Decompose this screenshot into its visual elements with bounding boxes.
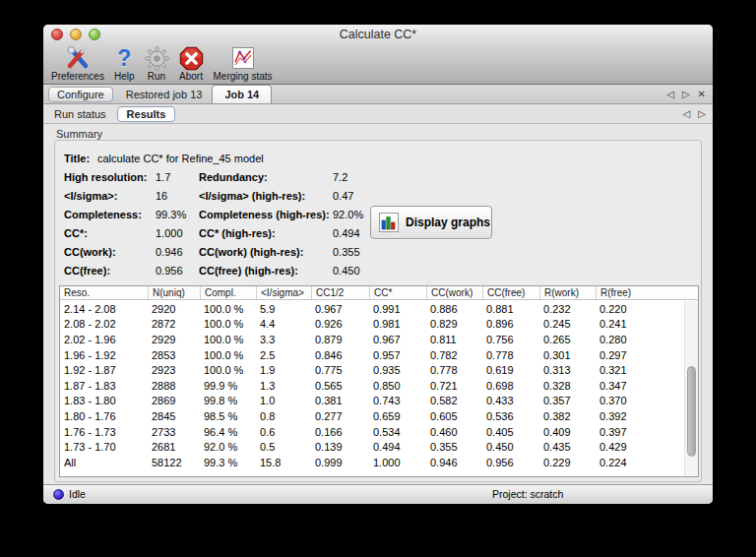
table-row[interactable]: 2.02 - 1.962929100.0 %3.30.8790.9670.811… (60, 332, 684, 347)
results-table-header: Reso.N(uniq)Compl.<I/sigma>CC1/2CC*CC(wo… (60, 286, 698, 300)
subtab-nav-controls: ◁ ▷ (683, 104, 706, 123)
column-header[interactable]: R(work) (539, 286, 596, 299)
table-row[interactable]: 1.73 - 1.70268192.0 %0.50.1390.4940.3550… (60, 439, 684, 455)
toolbar: Preferences ? Help Run (43, 44, 713, 85)
results-table-body: 2.14 - 2.082920100.0 %5.90.9670.9910.886… (60, 301, 684, 476)
column-header[interactable]: CC1/2 (311, 286, 369, 299)
table-cell: 15.8 (256, 457, 311, 468)
table-row[interactable]: 1.83 - 1.80286999.8 %1.00.3810.7430.5820… (60, 394, 684, 409)
table-cell: 1.73 - 1.70 (60, 441, 148, 453)
table-row[interactable]: 1.80 - 1.76284598.5 %0.80.2770.6590.6050… (60, 408, 684, 424)
table-row[interactable]: 2.14 - 2.082920100.0 %5.90.9670.9910.886… (60, 301, 684, 317)
subtab-scroll-left-icon[interactable]: ◁ (683, 108, 691, 119)
table-cell: 0.405 (482, 426, 539, 438)
table-cell: 0.355 (426, 441, 482, 453)
table-cell: 2923 (148, 364, 200, 376)
table-cell: 2869 (148, 395, 200, 406)
column-header[interactable]: CC(work) (426, 286, 482, 299)
display-graphs-button[interactable]: Display graphs (370, 206, 492, 239)
zoom-window-button[interactable] (89, 29, 100, 40)
completeness-highres-label: Completeness (high-res): (199, 209, 330, 220)
table-cell: 0.991 (369, 303, 426, 315)
project-label: Project: scratch (492, 488, 563, 500)
display-graphs-label: Display graphs (406, 216, 490, 229)
table-cell: 0.450 (482, 441, 539, 453)
table-cell: 2920 (148, 303, 200, 315)
table-cell: 0.397 (596, 426, 684, 438)
table-cell: 1.96 - 1.92 (60, 349, 148, 361)
column-header[interactable]: CC(free) (482, 286, 539, 299)
summary-panel: Title: calculate CC* for Refine_45 model… (54, 140, 702, 482)
ccstar-label: CC*: (64, 227, 88, 239)
subtab-results[interactable]: Results (117, 106, 176, 122)
tab-configure[interactable]: Configure (48, 87, 113, 102)
redundancy-label: Redundancy: (199, 171, 268, 183)
merging-stats-label: Merging stats (214, 71, 273, 82)
table-cell: 98.5 % (200, 410, 256, 422)
table-cell: 100.0 % (200, 318, 256, 330)
table-cell: 0.5 (256, 441, 311, 453)
bar-chart-icon (379, 213, 399, 232)
column-header[interactable]: R(free) (596, 286, 698, 299)
table-cell: 0.881 (482, 303, 539, 315)
preferences-label: Preferences (51, 71, 104, 82)
preferences-button[interactable]: Preferences (46, 45, 109, 82)
i-sigma-highres-value: 0.47 (333, 190, 353, 202)
table-row[interactable]: 1.76 - 1.73273396.4 %0.60.1660.5340.4600… (60, 424, 684, 440)
table-cell: 0.967 (369, 334, 426, 345)
ccwork-highres-value: 0.355 (333, 246, 360, 258)
table-cell: 92.0 % (200, 441, 256, 453)
table-cell: 5.9 (256, 303, 311, 315)
column-header[interactable]: <I/sigma> (256, 286, 311, 299)
table-cell: 1.0 (256, 395, 311, 406)
table-cell: 0.280 (596, 334, 684, 345)
subtab-scroll-right-icon[interactable]: ▷ (698, 108, 706, 119)
ccstar-highres-label: CC* (high-res): (199, 227, 276, 239)
summary-title-label: Title: (64, 153, 90, 164)
tab-restored-job-13[interactable]: Restored job 13 (116, 89, 213, 100)
ccfree-label: CC(free): (64, 265, 110, 277)
i-sigma-value: 16 (156, 190, 167, 202)
table-cell: 2872 (148, 318, 200, 330)
tab-job-14[interactable]: Job 14 (212, 85, 272, 103)
table-cell: 2853 (148, 349, 200, 361)
summary-group-label: Summary (56, 128, 102, 140)
subtab-run-status[interactable]: Run status (54, 108, 106, 120)
tab-scroll-right-icon[interactable]: ▷ (682, 89, 690, 99)
table-scrollbar[interactable] (684, 301, 698, 476)
table-row[interactable]: All5812299.3 %15.80.9991.0000.9460.9560.… (60, 455, 684, 470)
table-cell: 1.92 - 1.87 (60, 364, 148, 376)
results-content: Summary Title: calculate CC* for Refine_… (43, 125, 713, 484)
column-header[interactable]: Reso. (60, 286, 148, 299)
table-cell: 2681 (148, 441, 200, 453)
table-cell: 0.775 (311, 364, 369, 376)
table-row[interactable]: 1.87 - 1.83288899.9 %1.30.5650.8500.7210… (60, 378, 684, 394)
table-scrollbar-thumb[interactable] (687, 366, 696, 458)
run-button[interactable]: Run (140, 45, 174, 82)
run-gear-icon (145, 45, 169, 71)
close-window-button[interactable] (51, 29, 63, 40)
tab-close-icon[interactable]: ✕ (698, 89, 706, 99)
column-header[interactable]: Compl. (200, 286, 256, 299)
table-row[interactable]: 2.08 - 2.022872100.0 %4.40.9260.9810.829… (60, 317, 684, 333)
column-header[interactable]: CC* (369, 286, 426, 299)
table-cell: 3.3 (256, 334, 311, 345)
result-subtab-bar: Run status Results ◁ ▷ (43, 104, 713, 124)
abort-button[interactable]: Abort (174, 45, 209, 82)
table-cell: 0.605 (426, 410, 482, 422)
results-table: Reso.N(uniq)Compl.<I/sigma>CC1/2CC*CC(wo… (59, 285, 699, 477)
minimize-window-button[interactable] (70, 29, 82, 40)
abort-stop-icon (179, 45, 204, 71)
table-cell: 0.277 (311, 410, 369, 422)
status-indicator-icon (53, 489, 64, 500)
ccfree-highres-label: CC(free) (high-res): (199, 265, 298, 277)
table-row[interactable]: 1.92 - 1.872923100.0 %1.90.7750.9350.778… (60, 362, 684, 378)
merging-stats-button[interactable]: Merging stats (209, 45, 278, 82)
column-header[interactable]: N(uniq) (148, 286, 200, 299)
table-cell: 0.935 (369, 364, 426, 376)
summary-row: High resolution: 1.7 Redundancy: 7.2 (55, 171, 701, 185)
title-bar[interactable]: Calculate CC* (43, 25, 713, 44)
tab-scroll-left-icon[interactable]: ◁ (666, 89, 674, 99)
table-row[interactable]: 1.96 - 1.922853100.0 %2.50.8460.9570.782… (60, 347, 684, 363)
help-button[interactable]: ? Help (109, 45, 140, 82)
